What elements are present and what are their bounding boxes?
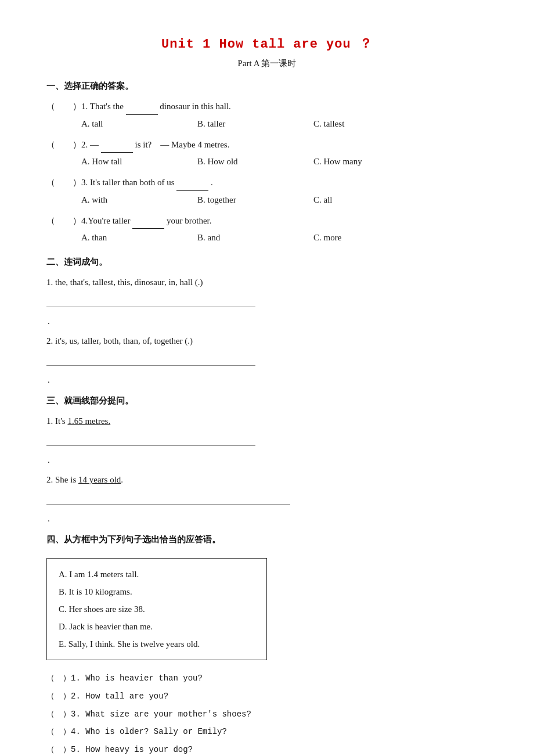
q2-line: （ ） 2. — is it? — Maybe 4 metres. (46, 136, 488, 153)
box-item-d: D. Jack is heavier than me. (59, 618, 255, 635)
m-q2: （ ）2. How tall are you? (46, 687, 488, 705)
q4-line: （ ） 4.You're taller your brother. (46, 212, 488, 229)
s3-q1: 1. It's 1.65 metres. (46, 412, 488, 430)
s3-q2: 2. She is 14 years old. (46, 471, 488, 488)
q2-optC: C. How many (313, 153, 430, 170)
q1-optB: B. taller (197, 115, 313, 132)
section-2: 二、连词成句。 1. the, that's, tallest, this, d… (46, 257, 488, 385)
q2-blank (101, 136, 133, 153)
q3-paren: （ ） (46, 174, 81, 191)
s2-q2-answer-line (46, 354, 255, 366)
box-item-b: B. It is 10 kilograms. (59, 583, 255, 600)
q1-options: A. tall B. taller C. tallest (81, 115, 488, 132)
q1-optC: C. tallest (313, 115, 430, 132)
q1-text: 1. That's the dinosaur in this hall. (81, 98, 231, 115)
q2-paren: （ ） (46, 136, 81, 153)
box-item-e: E. Sally, I think. She is twelve years o… (59, 635, 255, 653)
s3-q1-underline: 1.65 metres. (67, 416, 110, 426)
q3-optA: A. with (81, 191, 197, 208)
q3-blank (176, 174, 208, 191)
s3-q1-answer-line (46, 434, 255, 446)
q3-optB: B. together (197, 191, 313, 208)
section-4: 四、从方框中为下列句子选出恰当的应答语。 A. I am 1.4 meters … (46, 534, 488, 756)
section1-title: 一、选择正确的答案。 (46, 81, 488, 92)
q1-blank (126, 98, 158, 115)
q2-block: （ ） 2. — is it? — Maybe 4 metres. A. How… (46, 136, 488, 171)
m-q5: （ ）5. How heavy is your dog? (46, 741, 488, 756)
s3-q1-period: . (48, 455, 50, 465)
q3-block: （ ） 3. It's taller than both of us . A. … (46, 174, 488, 208)
q1-block: （ ） 1. That's the dinosaur in this hall.… (46, 98, 488, 132)
q4-text: 4.You're taller your brother. (81, 212, 211, 229)
q2-optB: B. How old (197, 153, 313, 170)
s2-q1-period: . (48, 316, 50, 326)
q1-line: （ ） 1. That's the dinosaur in this hall. (46, 98, 488, 115)
q1-optA: A. tall (81, 115, 197, 132)
m-q1: （ ）1. Who is heavier than you? (46, 669, 488, 687)
s2-q1: 1. the, that's, tallest, this, dinosaur,… (46, 273, 488, 291)
m-q4: （ ）4. Who is older? Sally or Emily? (46, 723, 488, 741)
q4-paren: （ ） (46, 213, 81, 229)
subtitle: Part A 第一课时 (46, 58, 488, 69)
q3-options: A. with B. together C. all (81, 191, 488, 208)
box-item-c: C. Her shoes are size 38. (59, 600, 255, 618)
answer-box: A. I am 1.4 meters tall. B. It is 10 kil… (46, 558, 267, 660)
q4-block: （ ） 4.You're taller your brother. A. tha… (46, 212, 488, 247)
section3-title: 三、就画线部分提问。 (46, 395, 488, 406)
m-q3: （ ）3. What size are your mother's shoes? (46, 705, 488, 723)
q3-text: 3. It's taller than both of us . (81, 174, 213, 191)
q2-text: 2. — is it? — Maybe 4 metres. (81, 136, 229, 153)
q3-line: （ ） 3. It's taller than both of us . (46, 174, 488, 191)
section-1: 一、选择正确的答案。 （ ） 1. That's the dinosaur in… (46, 81, 488, 246)
box-item-a: A. I am 1.4 meters tall. (59, 566, 255, 583)
q4-options: A. than B. and C. more (81, 229, 488, 246)
s2-q1-answer-line (46, 296, 255, 307)
s2-q2: 2. it's, us, taller, both, than, of, tog… (46, 332, 488, 350)
s2-q2-period: . (48, 375, 50, 384)
section-3: 三、就画线部分提问。 1. It's 1.65 metres. . 2. She… (46, 395, 488, 524)
q3-optC: C. all (313, 191, 430, 208)
q4-optC: C. more (313, 229, 430, 246)
s3-q2-period: . (48, 514, 50, 523)
s3-q2-underline: 14 years old (78, 475, 121, 484)
q4-optB: B. and (197, 229, 313, 246)
s3-q2-answer-line (46, 493, 290, 505)
section2-title: 二、连词成句。 (46, 257, 488, 268)
q1-paren: （ ） (46, 98, 81, 115)
matching-questions: （ ）1. Who is heavier than you? （ ）2. How… (46, 669, 488, 756)
page-title: Unit 1 How tall are you ？ (46, 35, 488, 52)
q4-blank (132, 212, 164, 229)
section4-title: 四、从方框中为下列句子选出恰当的应答语。 (46, 534, 488, 545)
q4-optA: A. than (81, 229, 197, 246)
q2-options: A. How tall B. How old C. How many (81, 153, 488, 170)
q2-optA: A. How tall (81, 153, 197, 170)
